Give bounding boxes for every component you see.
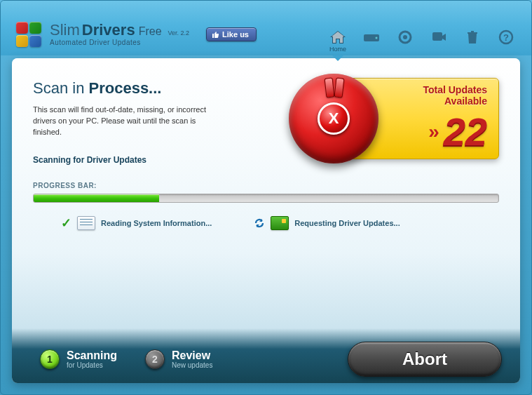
brand-version: Ver. 2.2: [168, 30, 190, 36]
nav-restore[interactable]: [429, 29, 449, 55]
updates-available-box: Total Updates Available » 22 X: [289, 74, 499, 165]
updates-count: 22: [444, 112, 487, 152]
home-icon: [328, 29, 348, 46]
brand-subtitle: Automated Driver Updates: [50, 39, 189, 46]
like-us-label: Like us: [222, 30, 249, 39]
progress-section: PROGRESS BAR: ✓ Reading System Informati…: [33, 182, 499, 231]
step-1-title: Scanning: [67, 349, 117, 362]
brand-drivers: Drivers: [82, 22, 135, 38]
brand-free: Free: [139, 26, 162, 37]
drive-icon: [362, 29, 381, 46]
brand-slim: Slim: [50, 22, 80, 38]
svg-point-2: [376, 37, 378, 39]
scan-description: This scan will find out-of-date, missing…: [33, 105, 215, 138]
step-review: 2 Review New updates: [145, 349, 212, 370]
app-logo-icon: [15, 20, 43, 48]
like-us-button[interactable]: Like us: [206, 27, 257, 41]
step-2-badge: 2: [145, 349, 165, 369]
abort-button[interactable]: Abort: [348, 342, 502, 377]
gear-icon: [395, 29, 415, 46]
nav-help[interactable]: ?: [496, 29, 516, 55]
step-2-title: Review: [172, 349, 212, 362]
progress-label: PROGRESS BAR:: [33, 182, 499, 189]
task-b-label: Requesting Driver Updates...: [294, 219, 400, 227]
nav-backup[interactable]: [362, 29, 381, 55]
steps-bar: 1 Scanning for Updates 2 Review New upda…: [12, 328, 520, 383]
nav-uninstall[interactable]: [463, 29, 482, 55]
main-card: Scan in Process... This scan will find o…: [12, 58, 520, 383]
scan-info: Scan in Process... This scan will find o…: [33, 74, 215, 165]
error-x-icon: X: [318, 102, 350, 135]
chevron-right-icon: »: [428, 121, 439, 143]
top-nav: Home ?: [328, 29, 516, 55]
progress-bar: [33, 194, 499, 203]
step-scanning: 1 Scanning for Updates: [40, 349, 117, 370]
progress-fill: [34, 194, 159, 202]
restore-icon: [429, 29, 449, 46]
refresh-icon: [254, 217, 265, 229]
nav-home-label: Home: [329, 46, 346, 54]
scan-status: Scanning for Driver Updates: [33, 155, 215, 165]
nav-home[interactable]: Home: [328, 29, 348, 55]
header: SlimDriversFree Ver. 2.2 Automated Drive…: [1, 1, 531, 55]
thumbs-up-icon: [211, 30, 219, 39]
task-a-label: Reading System Information...: [101, 219, 212, 227]
alert-orb-icon: X: [289, 74, 378, 163]
help-icon: ?: [496, 29, 516, 46]
task-system-info: ✓ Reading System Information...: [61, 215, 212, 231]
list-icon: [77, 216, 95, 230]
task-driver-updates: Requesting Driver Updates...: [254, 215, 400, 231]
step-1-sub: for Updates: [67, 361, 117, 369]
step-2-sub: New updates: [172, 361, 212, 369]
scan-title: Scan in Process...: [33, 79, 215, 98]
trash-icon: [463, 29, 482, 46]
brand-text: SlimDriversFree Ver. 2.2 Automated Drive…: [50, 22, 189, 46]
check-icon: ✓: [61, 215, 71, 231]
step-1-badge: 1: [40, 349, 60, 369]
abort-label: Abort: [402, 349, 447, 369]
nav-settings[interactable]: [395, 29, 415, 55]
svg-text:?: ?: [503, 32, 509, 43]
svg-point-4: [403, 35, 407, 39]
updates-title: Total Updates Available: [388, 84, 487, 107]
svg-rect-5: [432, 32, 442, 41]
hardware-card-icon: [271, 216, 289, 230]
